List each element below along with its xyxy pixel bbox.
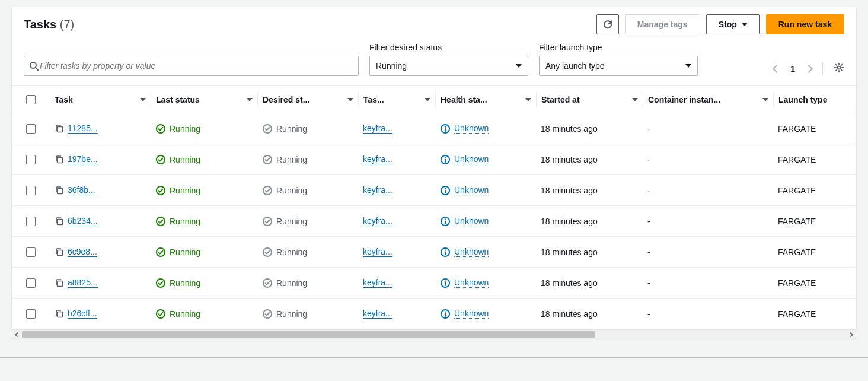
copy-icon[interactable] <box>55 155 64 164</box>
health-status-value[interactable]: Unknown <box>454 247 489 257</box>
row-checkbox[interactable] <box>26 278 36 288</box>
col-started[interactable]: Started at <box>536 92 643 107</box>
launch-type-value: FARGATE <box>773 278 838 288</box>
table-row: 197be... Running Running keyfra... Unkno… <box>12 144 856 175</box>
started-at-value: 18 minutes ago <box>536 309 643 319</box>
desired-status-value: Running <box>276 309 307 319</box>
task-link[interactable]: a8825... <box>68 278 98 288</box>
started-at-value: 18 minutes ago <box>536 186 643 195</box>
caret-down-icon <box>685 64 691 68</box>
table-header: Task Last status Desired st... Tas... He… <box>12 86 856 113</box>
col-last-status[interactable]: Last status <box>151 92 257 107</box>
table-body: 11285... Running Running keyfra... Unkno… <box>12 113 856 329</box>
prev-page-button[interactable] <box>773 64 781 72</box>
pager: 1 <box>774 64 812 74</box>
task-def-link[interactable]: keyfra... <box>363 309 392 319</box>
health-status-value[interactable]: Unknown <box>454 123 489 134</box>
task-link[interactable]: 197be... <box>68 154 98 164</box>
row-checkbox[interactable] <box>26 186 36 195</box>
health-status-value[interactable]: Unknown <box>454 309 489 319</box>
row-checkbox[interactable] <box>26 217 36 226</box>
table-row: 6b234... Running Running keyfra... Unkno… <box>12 206 856 237</box>
sort-icon <box>525 98 531 101</box>
copy-icon[interactable] <box>55 124 64 134</box>
col-health[interactable]: Health sta... <box>435 92 536 107</box>
launch-type-select[interactable]: Any launch type <box>539 56 698 76</box>
container-instance-value: - <box>643 309 773 319</box>
col-task-def[interactable]: Tas... <box>358 92 435 107</box>
run-new-task-button[interactable]: Run new task <box>766 14 844 34</box>
row-checkbox[interactable] <box>26 247 36 257</box>
search-col <box>24 56 359 76</box>
sort-icon <box>347 98 353 101</box>
pager-area: 1 <box>774 62 844 76</box>
health-status-value[interactable]: Unknown <box>454 278 489 288</box>
check-circle-icon <box>262 154 273 165</box>
container-instance-value: - <box>643 186 773 195</box>
scrollbar-thumb[interactable] <box>22 331 595 338</box>
col-container-instance[interactable]: Container instan... <box>643 92 773 107</box>
copy-icon[interactable] <box>55 186 64 195</box>
scroll-left-arrow[interactable] <box>12 330 22 339</box>
launch-type-value: Any launch type <box>545 61 605 71</box>
task-link[interactable]: 36f8b... <box>68 185 95 195</box>
row-checkbox[interactable] <box>26 155 36 164</box>
container-instance-value: - <box>643 124 773 134</box>
task-def-link[interactable]: keyfra... <box>363 154 392 164</box>
select-all-checkbox[interactable] <box>26 95 36 104</box>
search-icon <box>29 61 39 71</box>
check-circle-icon <box>262 216 273 227</box>
last-status-value: Running <box>170 309 200 319</box>
desired-status-label: Filter desired status <box>369 43 528 52</box>
launch-type-value: FARGATE <box>773 247 838 257</box>
refresh-button[interactable] <box>596 14 619 34</box>
task-link[interactable]: 6c9e8... <box>68 247 97 257</box>
health-status-value[interactable]: Unknown <box>454 185 489 195</box>
row-checkbox[interactable] <box>26 309 36 319</box>
row-checkbox[interactable] <box>26 124 36 134</box>
task-link[interactable]: 6b234... <box>68 216 98 226</box>
stop-button[interactable]: Stop <box>706 14 760 34</box>
settings-button[interactable] <box>822 62 844 75</box>
started-at-value: 18 minutes ago <box>536 278 643 288</box>
copy-icon[interactable] <box>55 278 64 288</box>
filter-tasks-input[interactable] <box>39 61 353 71</box>
task-def-link[interactable]: keyfra... <box>363 123 392 134</box>
manage-tags-button[interactable]: Manage tags <box>625 14 700 34</box>
health-status-value[interactable]: Unknown <box>454 154 489 164</box>
task-def-link[interactable]: keyfra... <box>363 278 392 288</box>
col-task[interactable]: Task <box>50 92 151 107</box>
copy-icon[interactable] <box>55 309 64 319</box>
health-status-value[interactable]: Unknown <box>454 216 489 226</box>
check-circle-icon <box>262 309 273 319</box>
info-icon <box>440 185 451 196</box>
check-circle-icon <box>155 309 166 319</box>
desired-status-col: Filter desired status Running <box>369 43 528 76</box>
desired-status-select[interactable]: Running <box>369 56 528 76</box>
horizontal-scrollbar[interactable] <box>12 329 856 339</box>
task-link[interactable]: b26cff... <box>68 309 97 319</box>
scroll-right-arrow[interactable] <box>846 330 856 339</box>
col-desired-status[interactable]: Desired st... <box>257 92 358 107</box>
desired-status-value: Running <box>276 278 307 288</box>
info-icon <box>440 154 451 165</box>
table-row: 6c9e8... Running Running keyfra... Unkno… <box>12 237 856 268</box>
started-at-value: 18 minutes ago <box>536 217 643 226</box>
caret-down-icon <box>742 23 748 26</box>
sort-icon <box>632 98 638 101</box>
task-def-link[interactable]: keyfra... <box>363 247 392 257</box>
copy-icon[interactable] <box>55 247 64 257</box>
desired-status-value: Running <box>276 155 307 164</box>
task-link[interactable]: 11285... <box>68 123 98 134</box>
col-launch-type[interactable]: Launch type <box>773 92 838 107</box>
task-def-link[interactable]: keyfra... <box>363 185 392 195</box>
copy-icon[interactable] <box>55 217 64 226</box>
desired-status-value: Running <box>376 61 407 71</box>
task-def-link[interactable]: keyfra... <box>363 216 392 226</box>
desired-status-value: Running <box>276 124 307 134</box>
search-box[interactable] <box>24 56 359 76</box>
container-instance-value: - <box>643 247 773 257</box>
info-icon <box>440 309 451 319</box>
sort-icon <box>762 98 768 101</box>
next-page-button[interactable] <box>805 64 813 72</box>
